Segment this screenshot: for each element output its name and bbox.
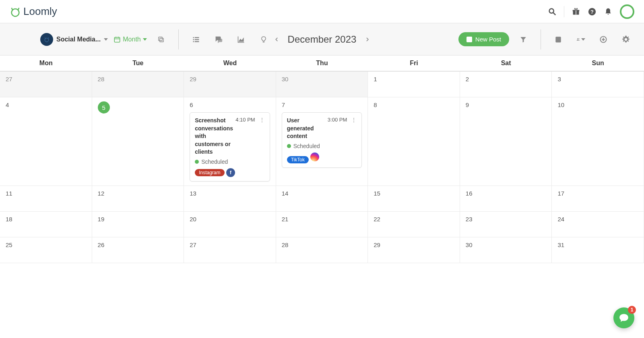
svg-rect-14 [194, 39, 199, 40]
day-number: 8 [374, 101, 454, 108]
day-cell[interactable]: 25 [0, 237, 92, 263]
day-cell[interactable]: 21 [276, 212, 368, 237]
day-cell[interactable]: 12 [92, 186, 184, 212]
day-cell[interactable]: 14 [276, 186, 368, 212]
day-cell[interactable]: 10 [552, 97, 644, 186]
day-cell[interactable]: 6 Screenshot conversations with customer… [184, 97, 276, 186]
svg-rect-13 [193, 39, 194, 40]
divider [564, 6, 564, 17]
day-number: 9 [466, 101, 546, 108]
svg-rect-16 [194, 41, 199, 42]
day-cell[interactable]: 26 [92, 237, 184, 263]
day-number: 3 [557, 76, 638, 82]
day-cell[interactable]: 1 [368, 72, 460, 97]
month-navigation: December 2023 [272, 33, 372, 45]
day-cell[interactable]: 30 [276, 72, 368, 97]
day-cell[interactable]: 18 [0, 212, 92, 237]
day-cell[interactable]: 23 [460, 212, 552, 237]
day-cell[interactable]: 19 [92, 212, 184, 237]
day-cell[interactable]: 8 [368, 97, 460, 186]
next-month-button[interactable] [363, 33, 372, 45]
header-actions: ? [548, 4, 634, 19]
day-number: 27 [6, 76, 86, 82]
calendar-name: Social Media... [56, 36, 101, 43]
day-cell[interactable]: 28 [276, 237, 368, 263]
day-cell[interactable]: 31 [552, 237, 644, 263]
day-number: 20 [190, 216, 270, 223]
day-header: Sat [460, 56, 552, 71]
day-cell[interactable]: 11 [0, 186, 92, 212]
day-cell[interactable]: 15 [368, 186, 460, 212]
day-cell[interactable]: 30 [460, 237, 552, 263]
search-icon[interactable] [548, 7, 557, 16]
post-menu-icon[interactable]: ⋮ [351, 117, 357, 123]
day-cell[interactable]: 28 [92, 72, 184, 97]
day-cell[interactable]: 7 User generated content 3:00 PM ⋮ Sched… [276, 97, 368, 186]
download-icon[interactable] [599, 35, 608, 44]
settings-icon[interactable] [621, 35, 630, 44]
new-post-button[interactable]: New Post [458, 32, 509, 46]
view-label: Month [123, 36, 140, 43]
day-cell[interactable]: 27 [0, 72, 92, 97]
post-status-label: Scheduled [201, 159, 228, 165]
day-cell[interactable]: 22 [368, 212, 460, 237]
day-cell[interactable]: 5 [92, 97, 184, 186]
list-icon[interactable] [192, 35, 200, 44]
comments-icon[interactable] [214, 35, 223, 44]
day-cell[interactable]: 27 [184, 237, 276, 263]
svg-text:?: ? [590, 8, 594, 14]
toolbar-left: Social Media... Month [40, 29, 272, 49]
svg-rect-10 [159, 37, 162, 41]
svg-point-0 [12, 9, 19, 16]
post-card[interactable]: Screenshot conversations with customers … [190, 112, 270, 181]
avatar[interactable] [620, 4, 634, 19]
day-cell[interactable]: 2 [460, 72, 552, 97]
day-cell[interactable]: 29 [184, 72, 276, 97]
day-number: 1 [374, 76, 454, 82]
idea-icon[interactable] [259, 35, 268, 44]
post-menu-icon[interactable]: ⋮ [259, 117, 265, 123]
day-number: 24 [557, 216, 638, 223]
bell-icon[interactable] [604, 7, 613, 16]
prev-month-button[interactable] [272, 33, 281, 45]
view-selector[interactable]: Month [114, 36, 147, 43]
day-header: Wed [184, 56, 276, 71]
day-number: 14 [282, 190, 362, 197]
day-number: 28 [98, 76, 178, 82]
day-cell[interactable]: 16 [460, 186, 552, 212]
day-header: Tue [92, 56, 184, 71]
new-post-label: New Post [475, 36, 501, 43]
library-icon[interactable] [554, 35, 563, 44]
analytics-icon[interactable] [237, 35, 246, 44]
post-card[interactable]: User generated content 3:00 PM ⋮ Schedul… [282, 112, 362, 168]
day-cell[interactable]: 20 [184, 212, 276, 237]
calendar-chip-icon [40, 33, 53, 46]
day-cell[interactable]: 9 [460, 97, 552, 186]
day-number: 7 [282, 101, 362, 108]
svg-rect-15 [193, 41, 194, 42]
day-cell[interactable]: 3 [552, 72, 644, 97]
day-number: 19 [98, 216, 178, 223]
day-cell[interactable]: 29 [368, 237, 460, 263]
app-header: Loomly ? [0, 0, 644, 23]
day-cell[interactable]: 4 [0, 97, 92, 186]
day-number: 25 [6, 241, 86, 248]
filter-icon[interactable] [519, 35, 528, 44]
help-icon[interactable]: ? [588, 7, 597, 16]
copy-icon[interactable] [157, 35, 165, 44]
collaborators-icon[interactable] [576, 35, 585, 44]
day-number: 5 [98, 101, 110, 113]
day-cell[interactable]: 13 [184, 186, 276, 212]
caret-down-icon [104, 38, 108, 41]
day-number: 30 [282, 76, 362, 82]
day-cell[interactable]: 24 [552, 212, 644, 237]
day-number: 15 [374, 190, 454, 197]
calendar-toolbar: Social Media... Month December 2023 [0, 23, 644, 56]
calendar-selector[interactable]: Social Media... [40, 33, 108, 46]
gift-icon[interactable] [572, 7, 580, 16]
brand-logo[interactable]: Loomly [10, 5, 57, 18]
day-header: Sun [552, 56, 644, 71]
day-cell[interactable]: 17 [552, 186, 644, 212]
status-dot-icon [195, 160, 199, 164]
post-title: User generated content [287, 117, 325, 140]
